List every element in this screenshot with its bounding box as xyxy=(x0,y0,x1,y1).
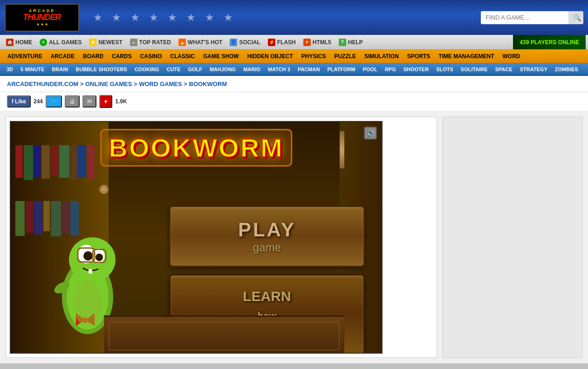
logo-star-2: ★ xyxy=(41,22,44,27)
game-title-text: BOOKWORM xyxy=(100,129,292,167)
nav-help[interactable]: ? HELP xyxy=(335,35,367,49)
subcat-pool[interactable]: POOL xyxy=(360,64,380,75)
cat-simulation[interactable]: SIMULATION xyxy=(361,50,403,63)
search-box[interactable]: 🔍 xyxy=(481,11,583,24)
svg-point-6 xyxy=(96,254,103,261)
search-button[interactable]: 🔍 xyxy=(568,11,583,24)
subcat-brain[interactable]: BRAIN xyxy=(49,64,71,75)
email-button[interactable]: ✉ xyxy=(82,95,96,107)
nav-newest[interactable]: ★ NEWEST xyxy=(85,35,126,49)
sidebar xyxy=(443,117,582,358)
facebook-like-button[interactable]: f Like xyxy=(7,95,31,107)
star-6: ★ xyxy=(186,12,196,24)
nav-social-label: SOCIAL xyxy=(239,39,260,46)
site-logo[interactable]: ARCADE THUNDER ★ ★ ★ xyxy=(5,4,79,32)
subcat-pacman[interactable]: PACMAN xyxy=(295,64,322,75)
star-1: ★ xyxy=(93,12,103,24)
bottom-banner xyxy=(104,315,344,353)
nav-social[interactable]: 👤 SOCIAL xyxy=(226,35,264,49)
subcat-bubble-shooters[interactable]: BUBBLE SHOOTERS xyxy=(73,64,130,75)
nav-newest-label: NEWEST xyxy=(98,39,122,46)
nav-flash[interactable]: ⚡ FLASH xyxy=(264,35,300,49)
nav-html5[interactable]: 5 HTML5 xyxy=(300,35,335,49)
subcat-mahjong[interactable]: MAHJONG xyxy=(207,64,239,75)
print-button[interactable]: 🖨 xyxy=(65,95,80,107)
home-icon: 🏠 xyxy=(6,39,14,46)
nav-whats-hot[interactable]: 🔥 WHAT'S HOT xyxy=(175,35,226,49)
html5-icon: 5 xyxy=(303,39,311,46)
subcat-golf[interactable]: GOLF xyxy=(185,64,205,75)
play-sub-label: game xyxy=(180,241,354,254)
star-5: ★ xyxy=(168,12,177,24)
cat-time-management[interactable]: TIME MANAGEMENT xyxy=(435,50,498,63)
book-blue-1 xyxy=(34,145,41,177)
subcat-mario[interactable]: MARIO xyxy=(240,64,263,75)
flash-icon: ⚡ xyxy=(268,39,275,46)
email-icon: ✉ xyxy=(87,98,92,105)
subcat-space[interactable]: SPACE xyxy=(492,64,515,75)
cat-cards[interactable]: CARDS xyxy=(108,50,136,63)
subcat-platform[interactable]: PLATFORM xyxy=(324,64,358,75)
subcat-strategy[interactable]: STRATEGY xyxy=(517,64,550,75)
svg-point-5 xyxy=(83,251,93,261)
subcat-shooter[interactable]: SHOOTER xyxy=(401,64,431,75)
subcat-zombies[interactable]: ZOMBIES xyxy=(552,64,581,75)
print-icon: 🖨 xyxy=(69,98,75,105)
nav-home[interactable]: 🏠 HOME xyxy=(2,35,36,49)
breadcrumb-bar: ARCADETHUNDER.COM > ONLINE GAMES > WORD … xyxy=(0,76,588,92)
cat-board[interactable]: BOARD xyxy=(79,50,107,63)
cat-hidden-object[interactable]: HIDDEN OBJECT xyxy=(244,50,297,63)
help-icon: ? xyxy=(339,39,346,46)
cat-arcade[interactable]: ARCADE xyxy=(47,50,78,63)
nav-categories: ADVENTURE ARCADE BOARD CARDS CASINO CLAS… xyxy=(0,50,588,64)
book-red-1 xyxy=(15,145,23,178)
star-7: ★ xyxy=(205,12,214,24)
site-header: ★ ★ ★ ★ ★ ★ ★ ★ ARCADE THUNDER ★ ★ ★ 🔍 xyxy=(0,0,588,35)
cat-sports[interactable]: SPORTS xyxy=(403,50,434,63)
search-input[interactable] xyxy=(481,11,568,24)
nav-all-games[interactable]: + ALL GAMES xyxy=(36,35,85,49)
logo-thunder-text: THUNDER xyxy=(23,13,61,21)
cat-adventure[interactable]: ADVENTURE xyxy=(4,50,46,63)
subcat-slots[interactable]: SLOTS xyxy=(433,64,456,75)
subcat-cute[interactable]: CUTE xyxy=(164,64,183,75)
breadcrumb-bookworm[interactable]: BOOKWORM xyxy=(189,81,227,87)
twitter-icon: 🐦 xyxy=(50,98,57,105)
cat-word[interactable]: WORD xyxy=(499,50,524,63)
subcat-cooking[interactable]: COOKING xyxy=(132,64,162,75)
cat-casino[interactable]: CASINO xyxy=(137,50,166,63)
breadcrumb-online-games[interactable]: ONLINE GAMES xyxy=(85,81,132,87)
breadcrumb: ARCADETHUNDER.COM > ONLINE GAMES > WORD … xyxy=(7,81,227,87)
sound-button[interactable]: 🔊 xyxy=(364,127,377,140)
breadcrumb-home[interactable]: ARCADETHUNDER.COM xyxy=(7,81,78,87)
top-rated-icon: ▲ xyxy=(130,39,137,46)
cat-physics[interactable]: PHYSICS xyxy=(298,50,330,63)
book-brown-1 xyxy=(41,145,50,179)
star-8: ★ xyxy=(224,12,233,24)
cat-puzzle[interactable]: PUZZLE xyxy=(330,50,360,63)
plus-share-button[interactable]: + xyxy=(99,95,112,108)
subcat-match3[interactable]: MATCH 3 xyxy=(265,64,293,75)
like-count: 244 xyxy=(34,98,43,105)
cat-classic[interactable]: CLASSIC xyxy=(166,50,198,63)
breadcrumb-word-games[interactable]: WORD GAMES xyxy=(139,81,182,87)
play-game-button[interactable]: PLAY game xyxy=(169,206,365,267)
subcat-3d[interactable]: 3D xyxy=(4,64,16,75)
whats-hot-icon: 🔥 xyxy=(178,39,186,46)
nav-html5-label: HTML5 xyxy=(313,39,331,46)
book-green-2 xyxy=(59,145,69,178)
subcat-5minute[interactable]: 5 MINUTE xyxy=(18,64,47,75)
subcat-solitaire[interactable]: SOLITAIRE xyxy=(458,64,491,75)
shelf-ornament xyxy=(99,185,109,194)
subcat-rpg[interactable]: RPG xyxy=(382,64,399,75)
cat-game-show[interactable]: GAME SHOW xyxy=(199,50,243,63)
newest-icon: ★ xyxy=(89,39,96,46)
breadcrumb-sep-1: > xyxy=(80,81,85,87)
nav-top-rated[interactable]: ▲ TOP RATED xyxy=(126,35,175,49)
book-brown-2 xyxy=(70,145,77,180)
logo-inner: ARCADE THUNDER ★ ★ ★ xyxy=(23,8,61,27)
twitter-button[interactable]: 🐦 xyxy=(46,95,62,107)
nav-help-label: HELP xyxy=(348,39,363,46)
nav-whats-hot-label: WHAT'S HOT xyxy=(188,39,223,46)
star-3: ★ xyxy=(130,12,140,24)
